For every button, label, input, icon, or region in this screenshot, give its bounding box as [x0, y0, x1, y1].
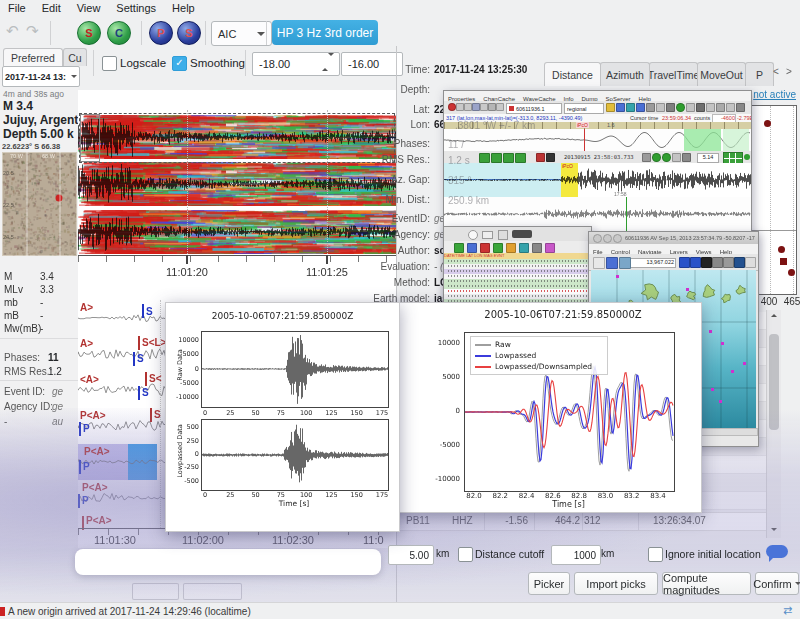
arrival-row[interactable]: PB11 HHZ -1.56 464.2 312 13:26:34.07	[398, 512, 766, 531]
toolbar-icon[interactable]	[690, 257, 701, 268]
toolbar-icon[interactable]	[652, 153, 661, 162]
scroll-up-icon[interactable]	[771, 314, 777, 317]
selection-rectangle[interactable]	[79, 113, 395, 163]
tab-preferred[interactable]: Preferred	[3, 48, 63, 66]
toolbar-icon[interactable]	[480, 243, 490, 253]
toolbar-icon[interactable]	[616, 103, 625, 112]
ignore-location-checkbox[interactable]	[648, 547, 663, 562]
tab-scroll-right-icon[interactable]: >	[786, 66, 792, 77]
close-icon[interactable]	[593, 234, 602, 243]
tab-moveout[interactable]: MoveOut	[697, 62, 746, 86]
menu-item-view[interactable]: View	[69, 0, 109, 16]
toolbar-icon[interactable]	[716, 103, 725, 112]
toolbar-icon[interactable]	[682, 153, 691, 162]
counts-field[interactable]: -4600	[712, 114, 736, 122]
nav-icon[interactable]	[479, 153, 490, 163]
scroll-down-icon[interactable]	[771, 528, 777, 531]
toolbar-icon[interactable]	[706, 103, 715, 112]
distance-cutoff-checkbox[interactable]	[458, 547, 473, 562]
toolbar-icon[interactable]	[496, 103, 504, 111]
toolbar-icon[interactable]	[480, 103, 488, 111]
nav-icon[interactable]	[491, 153, 502, 163]
toolbar-icon[interactable]	[679, 257, 690, 268]
toolbar-icon[interactable]	[606, 103, 615, 112]
toolbar-icon[interactable]	[676, 103, 685, 112]
toolbar-icon[interactable]	[482, 231, 493, 239]
pick-s-button[interactable]: S	[77, 21, 101, 45]
residual-point[interactable]	[780, 258, 787, 265]
zoom-icon[interactable]	[619, 257, 631, 269]
menu-item-settings[interactable]: Settings	[108, 0, 164, 16]
toolbar-toggle[interactable]	[512, 230, 532, 238]
toolbar-icon[interactable]	[696, 103, 705, 112]
toolbar-icon[interactable]	[642, 153, 651, 162]
minimize-icon[interactable]	[603, 234, 612, 243]
smoothing-checkbox[interactable]: ✓	[172, 56, 187, 71]
toolbar-icon[interactable]	[656, 103, 665, 112]
mode-combo[interactable]: regional	[564, 103, 604, 114]
toolbar-icon[interactable]	[636, 103, 645, 112]
toolbar-icon[interactable]	[456, 103, 464, 111]
spectrum-min-spinbox[interactable]: -18.00	[252, 52, 340, 76]
menu-item-edit[interactable]: Edit	[34, 0, 69, 16]
toolbar-icon[interactable]	[626, 103, 635, 112]
toolbar-icon[interactable]	[468, 230, 478, 240]
toolbar-icon[interactable]	[506, 243, 516, 253]
spin-down-icon[interactable]	[328, 53, 334, 68]
toolbar-icon[interactable]	[545, 243, 555, 253]
zoom-icon[interactable]	[613, 234, 622, 243]
pick-s2-button[interactable]: S	[177, 21, 201, 45]
filter-button[interactable]: HP 3 Hz 3rd order	[272, 20, 378, 45]
toolbar-icon[interactable]	[493, 243, 503, 253]
menu-item-help[interactable]: Help	[164, 0, 203, 16]
toolbar-icon[interactable]	[745, 257, 756, 268]
toolbar-icon[interactable]	[646, 103, 655, 112]
tab-traveltime[interactable]: TravelTime	[649, 62, 698, 86]
toolbar-icon[interactable]	[472, 103, 480, 111]
nav-icon[interactable]	[503, 153, 514, 163]
residual-point[interactable]	[778, 246, 785, 253]
zoom-combo[interactable]: 5.14	[697, 153, 719, 163]
toolbar-icon[interactable]	[726, 103, 735, 112]
toolbar-icon[interactable]	[467, 243, 477, 253]
toolbar-icon[interactable]	[701, 257, 712, 268]
redo-icon[interactable]: ↷	[26, 22, 39, 40]
map-scale-field[interactable]: 13,967.022	[629, 258, 676, 268]
picker-algorithm-select[interactable]: AIC	[211, 21, 272, 46]
residual-point[interactable]	[764, 120, 771, 127]
toolbar-icon[interactable]	[546, 153, 555, 162]
toolbar-icon[interactable]	[723, 257, 734, 268]
tab-cu[interactable]: Cu	[63, 48, 87, 66]
nav-icon[interactable]	[515, 153, 526, 163]
logscale-checkbox[interactable]	[102, 56, 117, 71]
event-minimap[interactable]: 70 W 68 W 20.5 22.5 24.5	[2, 152, 77, 256]
toolbar-icon[interactable]	[734, 257, 745, 268]
tab-p[interactable]: P	[745, 62, 774, 86]
tab-scroll-left-icon[interactable]: <	[773, 66, 779, 77]
filter-status-link[interactable]: not active	[753, 89, 796, 100]
toolbar-icon[interactable]	[662, 153, 671, 162]
import-picks-button[interactable]: Import picks	[574, 572, 658, 595]
toolbar-icon[interactable]	[532, 243, 542, 253]
menu-item-file[interactable]: File	[0, 0, 34, 16]
spectrogram-trace[interactable]	[78, 162, 396, 206]
max-distance-input[interactable]: 1000	[551, 545, 601, 565]
residual-point[interactable]	[788, 269, 795, 276]
toolbar-icon[interactable]	[672, 153, 681, 162]
qpicker-trace-1[interactable]	[444, 129, 751, 152]
toolbar-icon[interactable]	[498, 230, 508, 240]
spectrogram-trace[interactable]	[78, 210, 396, 254]
pick-p-button[interactable]: P	[149, 21, 173, 45]
toolbar-icon[interactable]	[736, 103, 745, 112]
tab-azimuth[interactable]: Azimuth	[600, 62, 650, 86]
toolbar-icon[interactable]	[536, 153, 545, 162]
toolbar-icon[interactable]	[686, 103, 695, 112]
tab-distance[interactable]: Distance	[544, 62, 601, 86]
min-distance-input[interactable]: 5.00	[388, 545, 434, 565]
grid-icon[interactable]	[606, 257, 618, 269]
event-select-combo[interactable]: 60611936.1	[506, 103, 562, 114]
toolbar-icon[interactable]	[454, 243, 464, 253]
scrollbar-thumb[interactable]	[769, 334, 779, 430]
compute-magnitudes-button[interactable]: Compute magnitudes	[662, 572, 751, 595]
toolbar-icon[interactable]	[666, 103, 675, 112]
